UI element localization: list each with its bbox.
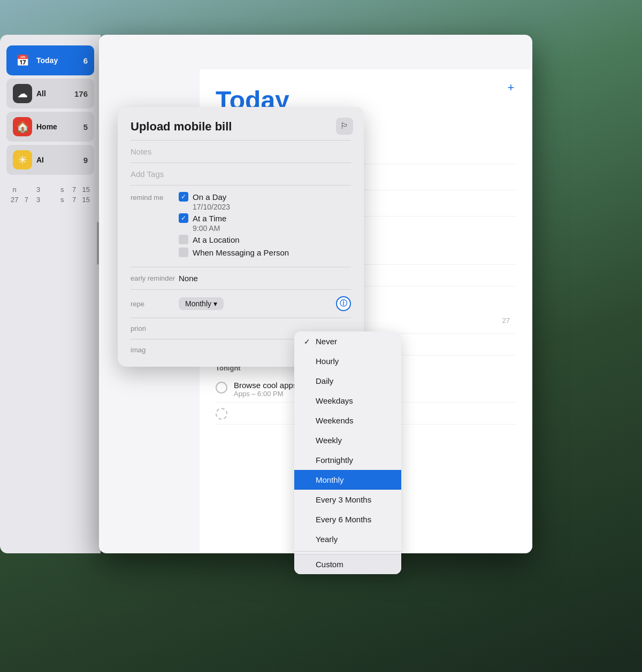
dropdown-weekends[interactable]: ✓ Weekends xyxy=(294,411,401,430)
info-icon[interactable]: ⓘ xyxy=(336,296,351,311)
dropdown-hourly-label: Hourly xyxy=(316,357,339,366)
modal-divider-1 xyxy=(131,140,351,141)
add-task-button[interactable]: + xyxy=(502,79,519,96)
cal-3: 3 xyxy=(33,186,44,194)
dropdown-fortnightly[interactable]: ✓ Fortnightly xyxy=(294,450,401,470)
sidebar-ai-count: 9 xyxy=(83,156,88,165)
dropdown-every3[interactable]: ✓ Every 3 Months xyxy=(294,490,401,509)
dropdown-daily[interactable]: ✓ Daily xyxy=(294,371,401,391)
dropdown-every6-label: Every 6 Months xyxy=(316,515,371,524)
dropdown-never[interactable]: ✓ Never xyxy=(294,331,401,351)
remind-me-label: remind me xyxy=(131,192,179,202)
dropdown-monthly-label: Monthly xyxy=(316,475,344,484)
dropdown-monthly[interactable]: ✓ Monthly xyxy=(294,470,401,490)
dropdown-every6[interactable]: ✓ Every 6 Months xyxy=(294,509,401,529)
dropdown-never-label: Never xyxy=(316,337,337,346)
calendar-mini: n 3 s 7 15 27 7 3 s 7 15 xyxy=(6,186,94,204)
dropdown-fortnightly-label: Fortnightly xyxy=(316,455,353,465)
on-a-day-date: 17/10/2023 xyxy=(193,203,351,211)
sidebar-ai-label: AI xyxy=(36,156,83,164)
task-prefix-5: 27 xyxy=(499,316,510,325)
cal-7c: 7 xyxy=(68,196,80,204)
remind-options: ✓ On a Day 17/10/2023 ✓ At a Time 9:00 A… xyxy=(179,192,351,260)
task-modal: Upload mobile bill 🏳 Notes Add Tags remi… xyxy=(118,107,364,367)
early-reminder-value: None xyxy=(179,274,198,283)
sidebar-today-count: 6 xyxy=(83,56,88,65)
at-location-checkbox[interactable] xyxy=(179,235,188,244)
priority-label: priori xyxy=(131,325,146,333)
task-checkbox-empty-3[interactable] xyxy=(216,408,227,420)
task-checkbox-6[interactable] xyxy=(216,382,227,393)
dropdown-hourly[interactable]: ✓ Hourly xyxy=(294,351,401,371)
sidebar-today-label: Today xyxy=(36,56,83,65)
sidebar-home-label: Home xyxy=(36,122,83,131)
at-a-time-value: 9:00 AM xyxy=(193,224,351,233)
on-a-day-checkbox[interactable]: ✓ xyxy=(179,192,188,202)
modal-tags[interactable]: Add Tags xyxy=(131,169,351,179)
at-a-time-option[interactable]: ✓ At a Time xyxy=(179,213,351,223)
sidebar-item-today[interactable]: 📅 Today 6 xyxy=(6,45,94,75)
early-reminder-label: early reminder xyxy=(131,274,179,282)
dropdown-yearly[interactable]: ✓ Yearly xyxy=(294,529,401,549)
sidebar-item-ai[interactable]: ✳ AI 9 xyxy=(6,145,94,175)
modal-divider-3 xyxy=(131,185,351,186)
modal-flag-button[interactable]: 🏳 xyxy=(336,118,353,135)
home-icon: 🏠 xyxy=(13,117,32,136)
cal-7b: 7 xyxy=(20,196,32,204)
dropdown-custom-label: Custom xyxy=(316,560,343,569)
repeat-label: repe xyxy=(131,300,179,308)
dropdown-weekdays[interactable]: ✓ Weekdays xyxy=(294,391,401,411)
sidebar-item-all[interactable]: ☁ All 176 xyxy=(6,79,94,109)
at-location-label: At a Location xyxy=(193,235,240,244)
cal-empty1 xyxy=(20,186,32,194)
when-messaging-checkbox[interactable] xyxy=(179,248,188,257)
image-label: imag xyxy=(131,346,146,354)
modal-notes[interactable]: Notes xyxy=(131,147,351,156)
early-reminder-row: early reminder None xyxy=(131,274,351,283)
dropdown-every3-label: Every 3 Months xyxy=(316,495,371,504)
sidebar: 📅 Today 6 ☁ All 176 🏠 Home 5 ✳ AI 9 n 3 … xyxy=(0,35,101,553)
cal-27: 27 xyxy=(9,196,20,204)
at-a-time-label: At a Time xyxy=(193,214,226,223)
cal-sb: s xyxy=(56,196,68,204)
modal-divider-2 xyxy=(131,163,351,163)
cal-7a: 7 xyxy=(68,186,80,194)
sidebar-home-count: 5 xyxy=(83,122,88,132)
dropdown-weekends-label: Weekends xyxy=(316,416,354,425)
cal-3b: 3 xyxy=(33,196,44,204)
cal-s: s xyxy=(56,186,68,194)
modal-divider-5 xyxy=(131,289,351,290)
dropdown-weekly[interactable]: ✓ Weekly xyxy=(294,430,401,450)
remind-me-row: remind me ✓ On a Day 17/10/2023 ✓ At a T… xyxy=(131,192,351,260)
dropdown-daily-label: Daily xyxy=(316,376,333,385)
modal-divider-6 xyxy=(131,318,351,318)
cal-n: n xyxy=(9,186,20,194)
cal-empty2 xyxy=(44,186,56,194)
dropdown-weekdays-label: Weekdays xyxy=(316,396,353,405)
when-messaging-option[interactable]: When Messaging a Person xyxy=(179,248,351,257)
ai-icon: ✳ xyxy=(13,150,32,169)
on-a-day-option[interactable]: ✓ On a Day xyxy=(179,192,351,202)
cal-empty3 xyxy=(44,196,56,204)
on-a-day-label: On a Day xyxy=(193,192,226,202)
check-never: ✓ xyxy=(304,337,310,346)
dropdown-custom[interactable]: ✓ Custom xyxy=(294,554,401,574)
sidebar-all-label: All xyxy=(36,89,74,98)
cal-15b: 15 xyxy=(80,196,92,204)
all-icon: ☁ xyxy=(13,84,32,103)
modal-divider-4 xyxy=(131,267,351,267)
when-messaging-label: When Messaging a Person xyxy=(193,248,289,257)
today-icon: 📅 xyxy=(13,51,32,70)
cal-15: 15 xyxy=(80,186,92,194)
modal-title: Upload mobile bill xyxy=(131,120,351,134)
sidebar-item-home[interactable]: 🏠 Home 5 xyxy=(6,112,94,142)
dropdown-weekly-label: Weekly xyxy=(316,436,342,445)
repeat-dropdown-button[interactable]: Monthly ▾ xyxy=(179,297,224,310)
dropdown-yearly-label: Yearly xyxy=(316,535,338,544)
at-a-time-checkbox[interactable]: ✓ xyxy=(179,213,188,223)
dropdown-separator xyxy=(294,551,401,552)
repeat-row: repe Monthly ▾ ⓘ xyxy=(131,296,351,311)
repeat-dropdown-menu: ✓ Never ✓ Hourly ✓ Daily ✓ Weekdays ✓ We… xyxy=(294,331,401,574)
at-location-option[interactable]: At a Location xyxy=(179,235,351,244)
sidebar-all-count: 176 xyxy=(74,89,88,98)
